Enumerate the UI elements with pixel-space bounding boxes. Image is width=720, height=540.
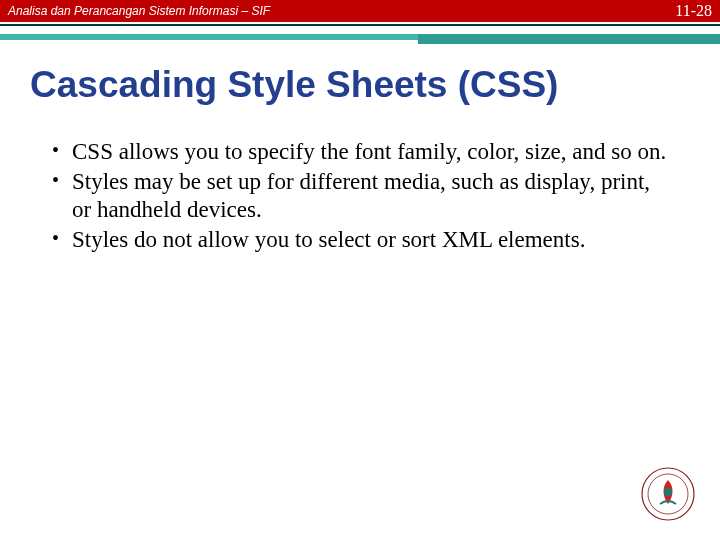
university-logo-icon (640, 466, 696, 522)
bullet-list: CSS allows you to specify the font famil… (48, 138, 672, 254)
page-number: 11-28 (675, 2, 712, 20)
list-item: Styles do not allow you to select or sor… (48, 226, 672, 254)
svg-point-2 (664, 488, 672, 496)
content-body: CSS allows you to specify the font famil… (48, 138, 672, 254)
divider (0, 22, 720, 44)
course-title: Analisa dan Perancangan Sistem Informasi… (8, 4, 270, 18)
list-item: CSS allows you to specify the font famil… (48, 138, 672, 166)
slide: Analisa dan Perancangan Sistem Informasi… (0, 0, 720, 540)
list-item: Styles may be set up for different media… (48, 168, 672, 224)
slide-title: Cascading Style Sheets (CSS) (30, 64, 720, 106)
header-bar: Analisa dan Perancangan Sistem Informasi… (0, 0, 720, 22)
